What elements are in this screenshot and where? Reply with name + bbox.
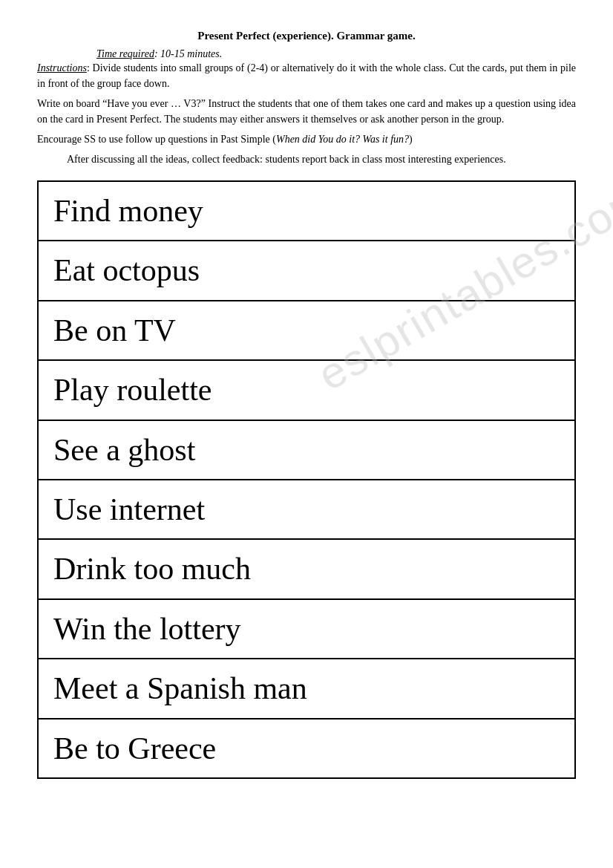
paragraph3-start: Encourage SS to use follow up questions …	[37, 134, 276, 145]
card-item: Win the lottery	[39, 600, 574, 659]
instructions-text: : Divide students into small groups of (…	[37, 62, 576, 89]
paragraph4: After discussing all the ideas, collect …	[67, 151, 576, 167]
instructions-label: Instructions	[37, 62, 87, 74]
card-item: Play roulette	[39, 361, 574, 420]
time-value: : 10-15 minutes.	[154, 48, 222, 59]
card-item: Be on TV	[39, 301, 574, 361]
card-item: Eat octopus	[39, 241, 574, 301]
paragraph3-italic: When did You do it? Was it fun?	[276, 134, 409, 145]
page-title: Present Perfect (experience). Grammar ga…	[37, 30, 576, 42]
header-section: Present Perfect (experience). Grammar ga…	[37, 30, 576, 42]
card-item: See a ghost	[39, 421, 574, 480]
instructions-paragraph: Instructions: Divide students into small…	[37, 60, 576, 91]
paragraph2: Write on board “Have you ever … V3?” Ins…	[37, 96, 576, 127]
card-item: Use internet	[39, 480, 574, 540]
card-item: Drink too much	[39, 540, 574, 599]
paragraph3: Encourage SS to use follow up questions …	[37, 131, 576, 147]
paragraph4-text: After discussing all the ideas, collect …	[67, 154, 506, 165]
page-wrapper: Present Perfect (experience). Grammar ga…	[37, 30, 576, 779]
cards-container: Find moneyEat octopusBe on TVPlay roulet…	[37, 180, 576, 779]
card-item: Find money	[39, 182, 574, 241]
card-item: Meet a Spanish man	[39, 659, 574, 719]
time-line: Time required: 10-15 minutes.	[96, 48, 576, 60]
card-item: Be to Greece	[39, 719, 574, 777]
paragraph2-text: Write on board “Have you ever … V3?” Ins…	[37, 98, 576, 125]
paragraph3-end: )	[409, 134, 413, 145]
time-label: Time required	[96, 48, 154, 59]
